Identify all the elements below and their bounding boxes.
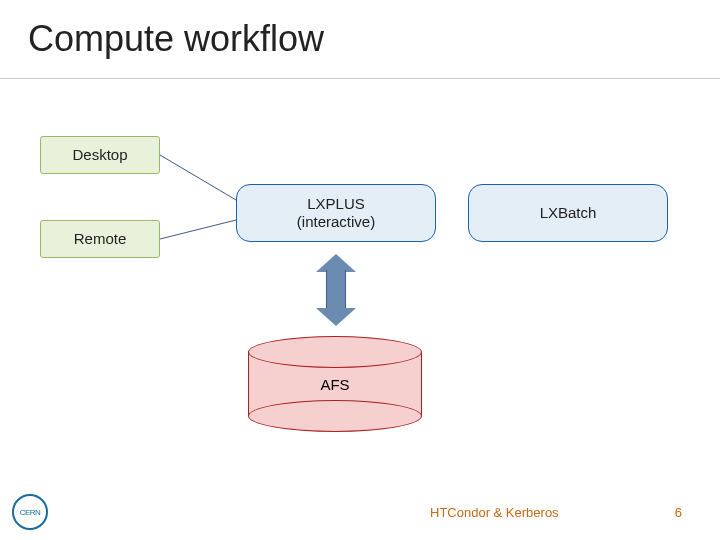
svg-line-1 (160, 220, 236, 239)
footer-talk-title: HTCondor & Kerberos (430, 505, 559, 520)
page-number: 6 (675, 505, 682, 520)
cern-logo-icon: CERN (12, 494, 48, 530)
lxplus-line1: LXPLUS (297, 195, 375, 213)
afs-label: AFS (248, 336, 422, 432)
node-lxbatch: LXBatch (468, 184, 668, 242)
node-desktop: Desktop (40, 136, 160, 174)
svg-line-0 (160, 155, 236, 200)
connector-lines (0, 0, 720, 540)
node-remote: Remote (40, 220, 160, 258)
node-lxplus: LXPLUS (interactive) (236, 184, 436, 242)
double-arrow-icon (316, 254, 356, 326)
node-afs-cylinder: AFS (248, 336, 422, 432)
lxplus-line2: (interactive) (297, 213, 375, 231)
